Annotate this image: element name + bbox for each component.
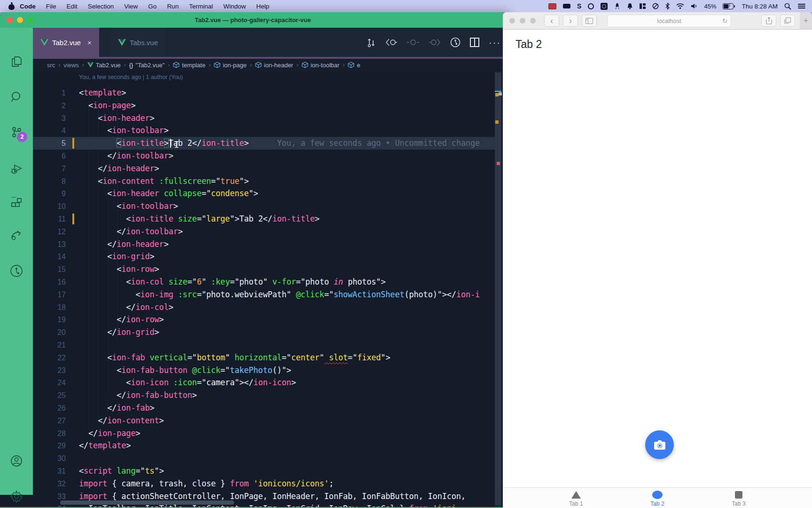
editor-tab-tabs-vue[interactable]: Tabs.vue <box>110 28 165 57</box>
window-title: Tab2.vue — photo-gallery-capacitor-vue <box>0 16 506 24</box>
share-icon[interactable] <box>761 15 776 27</box>
breadcrumb-item-views[interactable]: views <box>63 62 79 69</box>
safari-zoom-button[interactable] <box>530 18 536 24</box>
breadcrumb-item-ion-toolbar[interactable]: ion-toolbar <box>302 62 339 69</box>
menu-code[interactable]: Code <box>15 3 41 10</box>
modified-line-marker <box>72 138 74 149</box>
breadcrumb-item-ion-page[interactable]: ion-page <box>214 62 247 69</box>
ionic-tab-tab-3[interactable]: Tab 3 <box>720 488 757 508</box>
desktop: CodeFileEditSelectionViewGoRunTerminalWi… <box>0 0 812 508</box>
codelens-annotation[interactable]: You, a few seconds ago | 1 author (You) <box>79 74 183 80</box>
wifi-icon[interactable] <box>676 2 684 10</box>
onepassword-icon[interactable] <box>588 2 594 10</box>
film-icon[interactable] <box>548 2 556 10</box>
menu-run[interactable]: Run <box>162 3 184 10</box>
more-actions-icon[interactable]: ··· <box>489 37 501 48</box>
breadcrumb-separator: › <box>343 62 344 68</box>
menu-go[interactable]: Go <box>143 3 162 10</box>
source-control-badge: 2 <box>17 132 27 142</box>
menu-extra-icons: S <box>548 2 697 10</box>
safari-toolbar: ‹ › localhost ↻ + <box>503 12 812 30</box>
split-editor-icon[interactable] <box>470 38 479 47</box>
breadcrumb-separator: › <box>58 62 60 68</box>
activity-extensions-icon[interactable] <box>0 192 33 215</box>
tiles-icon[interactable] <box>640 2 646 10</box>
breadcrumb-item--tab2-vue-[interactable]: {}"Tab2.vue" <box>129 62 165 69</box>
notification-center-icon[interactable] <box>798 2 805 10</box>
rocket-icon[interactable] <box>614 2 620 10</box>
menu-terminal[interactable]: Terminal <box>184 3 218 10</box>
dnd-icon[interactable] <box>652 2 659 10</box>
menu-clock[interactable]: Thu 8:28 AM <box>742 2 778 10</box>
address-bar[interactable]: localhost ↻ <box>607 15 731 27</box>
current-change-icon[interactable] <box>407 38 419 47</box>
open-changes-icon[interactable] <box>367 37 376 48</box>
activity-gitlens-icon[interactable] <box>0 259 33 283</box>
code-line: 10 <ion-toolbar> <box>33 200 506 213</box>
safari-close-button[interactable] <box>509 18 515 24</box>
code-line: 4 <ion-toolbar> <box>33 124 506 137</box>
breadcrumb-item-template[interactable]: template <box>173 62 205 69</box>
breadcrumb[interactable]: src›views›Tab2.vue›{}"Tab2.vue"›template… <box>33 59 506 71</box>
breadcrumb-item-tab2-vue[interactable]: Tab2.vue <box>87 62 121 69</box>
sidebar-icon[interactable] <box>582 15 597 27</box>
menu-window[interactable]: Window <box>218 3 251 10</box>
code-line: 6 </ion-toolbar> <box>33 150 506 162</box>
new-tab-button[interactable]: + <box>800 12 812 29</box>
code-line: 29</template> <box>33 439 506 452</box>
previous-change-icon[interactable] <box>385 38 398 47</box>
menu-edit[interactable]: Edit <box>62 3 83 10</box>
breadcrumb-item-e[interactable]: e <box>348 62 360 69</box>
code-editor[interactable]: You, a few seconds ago | 1 author (You) … <box>33 71 506 507</box>
menu-file[interactable]: File <box>41 3 62 10</box>
ionic-tab-tab-1[interactable]: Tab 1 <box>557 488 595 508</box>
horizontal-scrollbar[interactable] <box>60 500 234 505</box>
vertical-scrollbar[interactable] <box>495 71 501 507</box>
code-line: 1<template> <box>33 87 506 99</box>
activity-live-share-icon[interactable] <box>0 223 33 246</box>
apple-menu-icon[interactable] <box>8 3 15 10</box>
menu-help[interactable]: Help <box>251 3 274 10</box>
reload-icon[interactable]: ↻ <box>722 17 727 24</box>
ionic-tab-tab-2[interactable]: Tab 2 <box>639 488 676 508</box>
square-icon <box>735 491 742 499</box>
timeline-icon[interactable] <box>450 37 461 48</box>
bluetooth-icon[interactable] <box>665 2 670 10</box>
safari-minimize-button[interactable] <box>520 18 525 24</box>
bell-icon[interactable] <box>627 2 633 10</box>
activity-run-debug-icon[interactable] <box>0 157 33 181</box>
next-change-icon[interactable] <box>429 38 441 47</box>
code-line: 25 </ion-fab-button> <box>33 389 506 402</box>
breadcrumb-item-ion-header[interactable]: ion-header <box>255 62 293 69</box>
activity-settings-icon[interactable] <box>0 485 33 508</box>
code-line: 22 <ion-fab vertical="bottom" horizontal… <box>33 351 506 364</box>
activity-source-control-icon[interactable] <box>0 120 33 144</box>
activity-search-icon[interactable] <box>0 85 33 109</box>
show-tabs-icon[interactable] <box>780 15 795 27</box>
forward-button[interactable]: › <box>563 15 578 27</box>
tab-label: Tabs.vue <box>130 39 158 47</box>
breadcrumb-item-src[interactable]: src <box>47 62 55 69</box>
close-tab-icon[interactable]: × <box>87 39 92 47</box>
back-button[interactable]: ‹ <box>544 15 559 27</box>
code-line: 3 <ion-header> <box>33 112 506 125</box>
record-icon[interactable] <box>601 2 608 10</box>
spotlight-icon[interactable] <box>784 2 791 10</box>
camera-fab-button[interactable] <box>645 430 674 459</box>
menu-view[interactable]: View <box>119 3 143 10</box>
vscode-title-bar[interactable]: Tab2.vue — photo-gallery-capacitor-vue <box>0 12 506 28</box>
page-title: Tab 2 <box>515 38 542 51</box>
ionic-tab-label: Tab 3 <box>732 500 745 507</box>
menu-selection[interactable]: Selection <box>83 3 119 10</box>
code-line: 23 <ion-fab-button @click="takePhoto()"> <box>33 364 506 377</box>
volume-icon[interactable] <box>691 2 697 10</box>
activity-explorer-icon[interactable] <box>0 50 33 73</box>
letter-s-icon[interactable]: S <box>577 2 581 10</box>
code-line: 14 <ion-grid> <box>33 250 506 263</box>
code-line: 2 <ion-page> <box>33 99 506 112</box>
editor-tab-tab2-vue[interactable]: Tab2.vue× <box>33 28 99 57</box>
activity-account-icon[interactable] <box>0 449 33 473</box>
code-line: 11 <ion-title size="large">Tab 2</ion-ti… <box>33 213 506 225</box>
video-icon[interactable] <box>563 2 570 10</box>
battery-icon <box>723 2 735 10</box>
